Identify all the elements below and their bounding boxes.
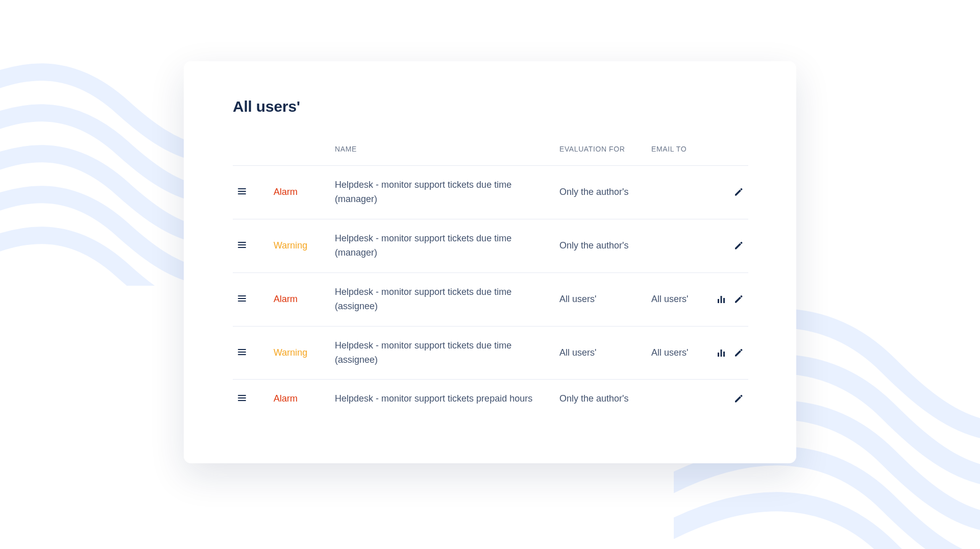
- drag-handle-icon[interactable]: [238, 241, 246, 248]
- col-header-email-to: EMAIL TO: [646, 144, 707, 166]
- cell-evaluation-for: All users': [554, 326, 646, 380]
- pencil-icon[interactable]: [734, 295, 743, 304]
- rules-card: All users' NAME EVALUATION FOR EMAIL TO …: [184, 61, 796, 463]
- col-header-drag: [233, 144, 268, 166]
- cell-evaluation-for: Only the author's: [554, 166, 646, 219]
- cell-email-to: [646, 380, 707, 418]
- rules-table: NAME EVALUATION FOR EMAIL TO AlarmHelpde…: [233, 144, 748, 418]
- table-row: WarningHelpdesk - monitor support ticket…: [233, 326, 748, 380]
- col-header-type: [268, 144, 330, 166]
- drag-handle-icon[interactable]: [238, 394, 246, 402]
- cell-email-to: [646, 219, 707, 273]
- drag-handle-icon[interactable]: [238, 348, 246, 356]
- table-row: WarningHelpdesk - monitor support ticket…: [233, 219, 748, 273]
- type-warning: Warning: [274, 240, 307, 251]
- table-row: AlarmHelpdesk - monitor support tickets …: [233, 166, 748, 219]
- cell-name: Helpdesk - monitor support tickets due t…: [330, 326, 554, 380]
- cell-name: Helpdesk - monitor support tickets due t…: [330, 272, 554, 326]
- pencil-icon[interactable]: [734, 394, 743, 404]
- pencil-icon[interactable]: [734, 348, 743, 358]
- col-header-evaluation-for: EVALUATION FOR: [554, 144, 646, 166]
- bar-chart-icon[interactable]: [717, 348, 726, 358]
- table-row: AlarmHelpdesk - monitor support tickets …: [233, 272, 748, 326]
- col-header-actions: [707, 144, 748, 166]
- type-alarm: Alarm: [274, 393, 298, 404]
- cell-name: Helpdesk - monitor support tickets due t…: [330, 166, 554, 219]
- cell-name: Helpdesk - monitor support tickets due t…: [330, 219, 554, 273]
- cell-evaluation-for: Only the author's: [554, 380, 646, 418]
- type-alarm: Alarm: [274, 294, 298, 304]
- drag-handle-icon[interactable]: [238, 188, 246, 195]
- cell-evaluation-for: Only the author's: [554, 219, 646, 273]
- col-header-name: NAME: [330, 144, 554, 166]
- type-warning: Warning: [274, 347, 307, 358]
- cell-email-to: All users': [646, 326, 707, 380]
- cell-evaluation-for: All users': [554, 272, 646, 326]
- cell-email-to: All users': [646, 272, 707, 326]
- table-row: AlarmHelpdesk - monitor support tickets …: [233, 380, 748, 418]
- type-alarm: Alarm: [274, 187, 298, 197]
- pencil-icon[interactable]: [734, 188, 743, 197]
- page-title: All users': [233, 98, 747, 115]
- pencil-icon[interactable]: [734, 241, 743, 251]
- cell-name: Helpdesk - monitor support tickets prepa…: [330, 380, 554, 418]
- cell-email-to: [646, 166, 707, 219]
- drag-handle-icon[interactable]: [238, 295, 246, 302]
- bar-chart-icon[interactable]: [717, 295, 726, 304]
